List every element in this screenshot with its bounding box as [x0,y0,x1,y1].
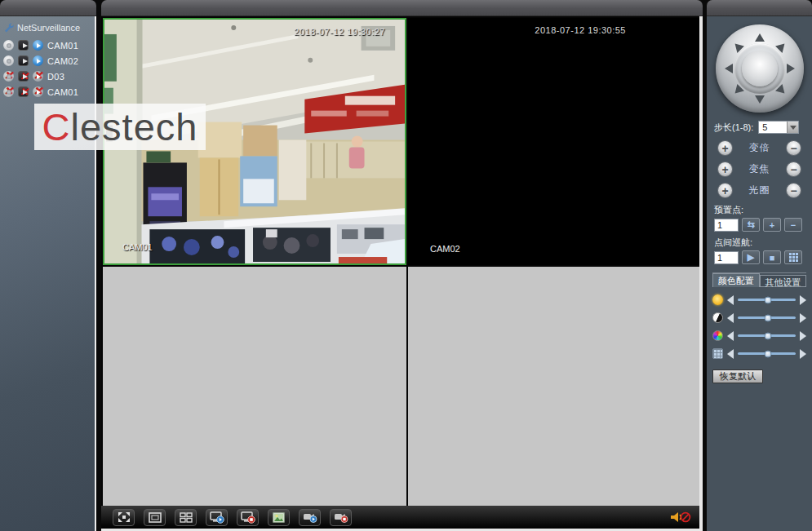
ptz-down-button[interactable] [755,95,765,104]
osd-camera-label: CAM01 [122,242,153,252]
stop-record-button[interactable] [330,509,352,526]
slider-handle[interactable] [764,296,771,303]
video-pane-3-empty[interactable] [103,267,406,506]
device-row-d03[interactable]: ✕ ✕ ✕ D03 [0,69,95,84]
start-record-button[interactable] [299,509,321,526]
app-title: NetSurveillance [17,23,80,33]
slider-handle[interactable] [764,314,771,321]
device-row-cam02[interactable]: CAM02 [0,53,95,69]
audio-mute-indicator[interactable] [670,511,691,524]
video-panel-titlebar [101,0,703,16]
video-pane-4-empty[interactable] [408,267,699,506]
quad-view-button[interactable] [175,509,197,526]
play-sub-stream-icon[interactable] [33,55,43,66]
cruise-label: 点间巡航: [714,237,806,249]
device-panel-titlebar [0,0,96,16]
play-main-stream-icon[interactable] [18,55,29,66]
color-saturation-icon [712,330,723,341]
ptz-right-button[interactable] [787,64,795,73]
preset-add-button[interactable]: + [763,218,781,232]
stop-icon[interactable] [3,40,14,51]
ptz-left-button[interactable] [725,64,733,73]
play-disabled-icon[interactable]: ✕ [18,86,29,97]
play-disabled-icon[interactable]: ✕ [18,71,29,82]
stop-disabled-icon[interactable]: ✕ [3,86,14,97]
increase-arrow-icon[interactable] [800,331,806,341]
slider-handle[interactable] [764,350,771,357]
clestech-watermark: Clestech [34,104,206,150]
sharpness-slider[interactable] [738,352,796,355]
contrast-icon [712,312,723,323]
slider-handle[interactable] [764,332,771,339]
restore-default-button[interactable]: 恢复默认 [712,369,763,383]
play-disabled-icon[interactable]: ✕ [33,71,43,82]
quad-view-icon [180,512,193,523]
settings-tabs: 颜色配置 其他设置 [712,272,806,287]
iris-close-button[interactable]: − [786,183,801,198]
focus-label: 变焦 [749,162,770,176]
increase-arrow-icon[interactable] [800,349,806,359]
focus-control-row: + 变焦 − [712,162,806,177]
watermark-initial: C [42,105,71,148]
stop-all-video-button[interactable] [237,509,259,526]
brightness-icon [712,294,723,305]
stop-disabled-icon[interactable]: ✕ [3,71,14,82]
fullscreen-button[interactable] [113,509,135,526]
zoom-in-button[interactable]: + [717,140,733,156]
zoom-out-button[interactable]: − [786,140,801,156]
contrast-slider-row [712,312,806,323]
device-name[interactable]: CAM01 [47,41,78,51]
ptz-panel: 步长(1-8): 5 + 变倍 − + 变焦 − + 光圈 − [707,0,812,531]
device-name[interactable]: CAM01 [47,87,78,97]
fullscreen-icon [118,511,131,523]
saturation-slider[interactable] [738,334,796,337]
step-select[interactable]: 5 [758,121,799,134]
decrease-arrow-icon[interactable] [727,331,734,341]
cruise-setup-button[interactable] [784,250,802,264]
device-tree-root[interactable]: NetSurveillance [0,20,95,38]
stop-icon[interactable] [3,55,14,66]
single-view-button[interactable] [144,509,166,526]
preset-remove-button[interactable]: − [784,218,802,232]
cruise-controls: ▶ ■ [714,250,806,264]
osd-camera-label: CAM02 [430,244,460,254]
device-row-cam01-offline[interactable]: ✕ ✕ ✕ CAM01 [0,84,95,100]
ptz-up-button[interactable] [755,33,765,42]
dropdown-arrow-icon[interactable] [787,122,798,133]
decrease-arrow-icon[interactable] [727,349,734,359]
play-sub-stream-icon[interactable] [33,40,43,51]
increase-arrow-icon[interactable] [800,313,806,323]
camera-play-icon [303,511,317,523]
play-main-stream-icon[interactable] [18,40,29,51]
device-panel: NetSurveillance CAM01 CAM02 ✕ ✕ ✕ D03 [0,0,96,531]
device-row-cam01[interactable]: CAM01 [0,38,95,53]
snapshot-button[interactable] [268,509,290,526]
ptz-wheel[interactable] [716,24,804,113]
camera-stop-icon [334,511,348,523]
contrast-slider[interactable] [738,316,796,319]
play-disabled-icon[interactable]: ✕ [33,86,43,97]
netsurveillance-window: NetSurveillance CAM01 CAM02 ✕ ✕ ✕ D03 [0,0,812,531]
iris-open-button[interactable]: + [717,183,733,198]
decrease-arrow-icon[interactable] [727,313,734,323]
cruise-number-input[interactable] [714,251,739,264]
sharpness-icon [712,348,723,359]
preset-number-input[interactable] [714,219,739,232]
increase-arrow-icon[interactable] [800,295,806,305]
ptz-center-knob[interactable] [742,51,778,86]
video-pane-2[interactable]: 2018-07-12 19:30:55 CAM02 [408,18,699,265]
brightness-slider-row [712,294,806,305]
device-name[interactable]: CAM02 [47,56,78,66]
focus-out-button[interactable]: − [786,162,801,177]
device-name[interactable]: D03 [47,72,64,82]
watermark-rest: lestech [71,105,198,148]
decrease-arrow-icon[interactable] [727,295,734,305]
tab-other-settings[interactable]: 其他设置 [760,275,807,287]
preset-goto-button[interactable]: ⇆ [742,218,760,232]
brightness-slider[interactable] [738,299,796,301]
tab-color-config[interactable]: 颜色配置 [712,273,760,287]
start-all-video-button[interactable] [206,509,228,526]
cruise-start-button[interactable]: ▶ [742,250,760,264]
focus-in-button[interactable]: + [717,162,733,177]
cruise-stop-button[interactable]: ■ [763,250,781,264]
